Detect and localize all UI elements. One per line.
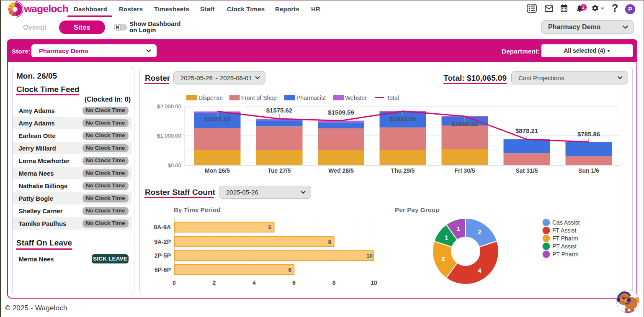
svg-text:Total: Total	[386, 95, 399, 101]
svg-text:10: 10	[366, 253, 373, 259]
svg-text:10: 10	[371, 279, 377, 286]
svg-text:1: 1	[456, 225, 460, 232]
svg-text:Tue 27/5: Tue 27/5	[268, 167, 291, 174]
svg-text:6: 6	[292, 279, 296, 286]
svg-text:5: 5	[268, 224, 271, 230]
svg-text:Cas Assist: Cas Assist	[552, 219, 580, 226]
svg-text:Fri 30/5: Fri 30/5	[454, 167, 475, 174]
svg-text:8: 8	[328, 239, 331, 245]
svg-text:FT Pharm: FT Pharm	[552, 235, 578, 242]
svg-text:8A-9A: 8A-9A	[154, 224, 171, 230]
svg-text:Dispense: Dispense	[198, 95, 223, 101]
svg-text:$1833.04: $1833.04	[390, 115, 416, 123]
svg-text:PT Assist: PT Assist	[552, 243, 577, 250]
svg-text:Webster: Webster	[345, 95, 367, 101]
svg-text:2P-5P: 2P-5P	[155, 252, 171, 259]
svg-text:9A-2P: 9A-2P	[154, 238, 171, 245]
svg-text:2: 2	[441, 255, 445, 262]
svg-text:$1,000.00: $1,000.00	[157, 133, 181, 139]
svg-text:6: 6	[288, 267, 291, 273]
svg-text:$878.21: $878.21	[515, 127, 538, 134]
svg-text:Pharmacist: Pharmacist	[296, 95, 326, 101]
svg-text:Front of Shop: Front of Shop	[241, 95, 277, 101]
svg-text:Wed 28/5: Wed 28/5	[328, 167, 354, 174]
svg-text:$0.00: $0.00	[167, 162, 181, 169]
svg-text:Thu 29/5: Thu 29/5	[391, 167, 415, 174]
svg-text:1: 1	[445, 234, 448, 241]
svg-text:8: 8	[332, 279, 336, 286]
svg-text:2: 2	[478, 228, 481, 235]
svg-text:4: 4	[252, 279, 256, 286]
svg-text:Mon 26/5: Mon 26/5	[205, 167, 230, 174]
svg-text:2: 2	[213, 279, 216, 286]
svg-text:5P-6P: 5P-6P	[155, 266, 171, 273]
svg-text:$1575.62: $1575.62	[266, 107, 293, 114]
svg-text:$2,000.00: $2,000.00	[157, 103, 181, 110]
svg-text:Sun 1/6: Sun 1/6	[578, 167, 599, 174]
svg-text:FT Assist: FT Assist	[552, 227, 576, 234]
svg-text:0: 0	[173, 279, 176, 286]
svg-text:4: 4	[478, 267, 482, 274]
svg-text:Sat 31/5: Sat 31/5	[516, 167, 538, 174]
svg-text:$1822.42: $1822.42	[204, 115, 231, 123]
svg-text:PT Pharm: PT Pharm	[552, 251, 579, 258]
svg-text:$1509.59: $1509.59	[328, 109, 354, 116]
svg-text:$785.86: $785.86	[577, 130, 600, 138]
svg-text:$1660.32: $1660.32	[452, 120, 478, 128]
